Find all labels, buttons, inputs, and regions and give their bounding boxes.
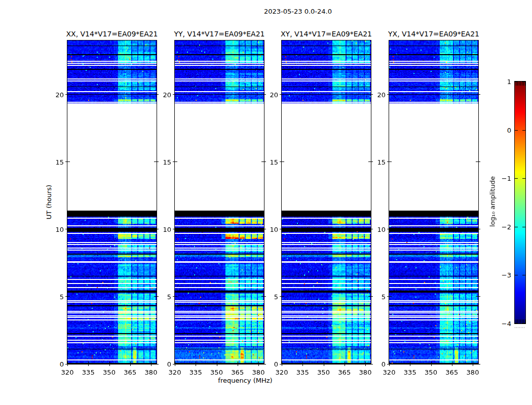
y-tick-label: 20 (377, 91, 386, 98)
y-tick-mark (173, 229, 177, 229)
colorbar-tick-label: −1 (502, 175, 511, 182)
x-tick-mark (88, 361, 89, 366)
spectrogram-canvas (67, 40, 157, 364)
y-tick-label: 5 (274, 293, 278, 300)
y-tick-mark (387, 161, 392, 162)
x-tick-label: 335 (404, 369, 416, 376)
y-tick-mark (476, 161, 480, 162)
x-tick-mark (196, 361, 196, 366)
y-tick-mark (476, 94, 480, 95)
y-tick-mark (173, 161, 177, 162)
y-tick-mark (154, 94, 159, 95)
y-tick-label: 10 (377, 225, 386, 233)
y-tick-label: 20 (55, 91, 64, 98)
x-tick-label: 320 (169, 369, 181, 376)
x-tick-label: 380 (252, 369, 265, 376)
y-tick-mark (65, 161, 70, 162)
x-tick-label: 365 (124, 369, 136, 376)
x-tick-label: 365 (338, 369, 351, 376)
y-tick-label: 15 (163, 158, 171, 166)
y-tick-mark (387, 229, 392, 229)
y-tick-mark (65, 296, 70, 297)
y-tick-mark (280, 229, 284, 229)
y-tick-label: 20 (270, 91, 278, 98)
y-tick-mark (154, 296, 159, 297)
spectrogram-panel-yx: YX, V14*V17=EA09*EA21 051015203203353503… (389, 40, 479, 364)
x-tick-mark (389, 361, 390, 366)
y-tick-label: 0 (60, 360, 64, 368)
y-tick-mark (387, 296, 392, 297)
x-tick-mark (67, 361, 68, 366)
spectrogram-canvas (282, 40, 371, 364)
y-tick-label: 0 (167, 360, 171, 368)
y-tick-mark (476, 229, 480, 229)
x-tick-mark (452, 361, 452, 366)
y-tick-mark (368, 229, 373, 229)
spectrogram-panel-xy: XY, V14*V17=EA09*EA21 051015203203353503… (281, 40, 371, 364)
y-tick-label: 5 (167, 293, 171, 300)
spectrogram-canvas (389, 40, 478, 364)
x-tick-label: 320 (276, 369, 288, 376)
colorbar: 10−1−2−3−4 (514, 81, 526, 324)
x-tick-mark (151, 361, 151, 366)
x-tick-mark (345, 361, 345, 366)
y-tick-mark (387, 94, 392, 95)
x-tick-mark (473, 361, 473, 366)
x-tick-mark (302, 361, 303, 366)
y-axis-label: UT (hours) (45, 185, 53, 219)
y-tick-mark (261, 161, 266, 162)
y-tick-mark (173, 296, 177, 297)
colorbar-canvas (515, 82, 525, 323)
x-tick-label: 350 (425, 369, 437, 376)
y-tick-mark (261, 364, 266, 364)
spectrogram-panel-yy: YY, V14*V17=EA09*EA21 051015203203353503… (174, 40, 264, 364)
colorbar-tick-label: 0 (507, 126, 511, 134)
y-tick-mark (154, 229, 159, 229)
y-tick-mark (261, 94, 266, 95)
x-tick-mark (217, 361, 217, 366)
x-tick-label: 335 (296, 369, 309, 376)
x-tick-mark (238, 361, 238, 366)
y-tick-label: 10 (270, 225, 278, 233)
colorbar-tick-label: −4 (502, 320, 511, 328)
colorbar-tick-label: −2 (502, 223, 511, 230)
x-tick-label: 380 (467, 369, 479, 376)
spectrogram-canvas (175, 40, 264, 364)
colorbar-tick-label: −3 (502, 271, 511, 279)
y-tick-mark (368, 364, 373, 364)
spectrogram-panel-xx: XX, V14*V17=EA09*EA21 051015203203353503… (67, 40, 157, 364)
y-tick-label: 10 (163, 225, 171, 233)
y-tick-mark (65, 94, 70, 95)
y-tick-label: 20 (163, 91, 171, 98)
x-tick-label: 335 (189, 369, 202, 376)
x-tick-label: 365 (231, 369, 244, 376)
x-tick-mark (410, 361, 410, 366)
x-axis-label: frequency (MHz) (218, 377, 272, 384)
y-tick-mark (280, 296, 284, 297)
y-tick-mark (261, 296, 266, 297)
x-tick-mark (324, 361, 324, 366)
x-tick-mark (109, 361, 110, 366)
y-tick-mark (280, 161, 284, 162)
panel-title: XX, V14*V17=EA09*EA21 (66, 30, 158, 38)
panel-title: YX, V14*V17=EA09*EA21 (388, 30, 479, 38)
x-tick-label: 365 (445, 369, 458, 376)
x-tick-mark (365, 361, 366, 366)
y-tick-label: 5 (60, 293, 64, 300)
y-tick-label: 0 (382, 360, 386, 368)
y-tick-mark (368, 161, 373, 162)
x-tick-label: 380 (359, 369, 372, 376)
figure-title: 2023-05-23 0.0-24.0 (264, 8, 332, 15)
x-tick-label: 320 (61, 369, 74, 376)
colorbar-label: log₁₀ amplitude (489, 176, 497, 227)
y-tick-label: 15 (55, 158, 64, 166)
panel-title: YY, V14*V17=EA09*EA21 (174, 30, 265, 38)
y-tick-mark (154, 161, 159, 162)
x-tick-label: 335 (82, 369, 95, 376)
y-tick-label: 15 (270, 158, 278, 166)
y-tick-mark (476, 364, 480, 364)
x-tick-mark (175, 361, 175, 366)
y-tick-mark (368, 296, 373, 297)
y-tick-mark (173, 94, 177, 95)
x-tick-mark (258, 361, 259, 366)
